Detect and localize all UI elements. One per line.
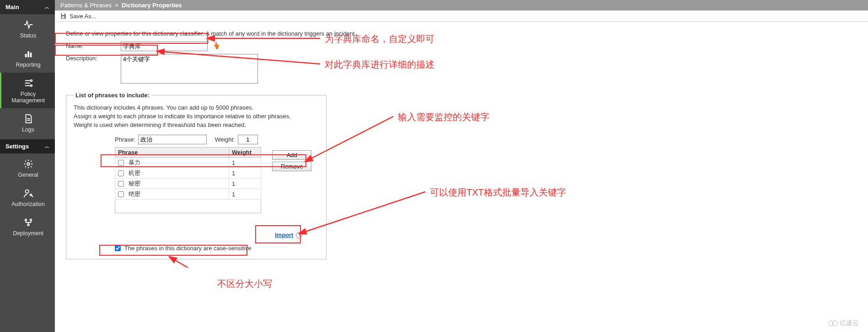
phrase-label: Phrase: <box>115 136 135 143</box>
annotation-label-case: 不区分大小写 <box>217 278 272 290</box>
row-phrase: 秘密 <box>129 180 140 187</box>
svg-rect-12 <box>62 16 64 18</box>
table-row[interactable]: 暴力1 <box>115 158 261 168</box>
row-phrase: 机密 <box>129 169 140 176</box>
svg-point-3 <box>30 80 32 82</box>
deploy-icon <box>3 217 53 228</box>
row-phrase: 绝密 <box>129 190 140 197</box>
table-row[interactable]: 秘密1 <box>115 179 261 189</box>
row-phrase: 暴力 <box>129 159 140 166</box>
sidebar-header-settings[interactable]: Settings ︿ <box>0 139 55 153</box>
phrases-desc2: Assign a weight to each phrase to indica… <box>74 113 319 120</box>
name-label: Name: <box>66 42 121 49</box>
phrases-desc3: Weight is used when determining if threa… <box>74 121 319 128</box>
policy-icon <box>3 78 53 89</box>
table-header-phrase: Phrase <box>115 148 229 158</box>
svg-point-5 <box>27 163 30 165</box>
phrases-desc1: This dictionary includes 4 phrases. You … <box>74 104 319 111</box>
svg-point-4 <box>30 85 32 87</box>
logs-icon <box>3 114 53 125</box>
case-sensitive-label: The phrases in this dictionary are case-… <box>124 245 251 252</box>
table-header-weight: Weight <box>229 148 261 158</box>
description-row: Description: <box>66 54 857 84</box>
remove-button[interactable]: Remove <box>272 162 311 171</box>
sidebar-item-label: Logs <box>22 126 34 133</box>
breadcrumb-separator: > <box>115 2 118 9</box>
svg-rect-11 <box>62 13 64 15</box>
svg-rect-2 <box>30 53 32 57</box>
bar-chart-icon <box>3 49 53 60</box>
info-icon[interactable]: i <box>296 232 302 238</box>
sidebar-settings-label: Settings <box>5 143 29 150</box>
phrase-input[interactable] <box>138 135 207 144</box>
row-weight: 1 <box>229 158 261 168</box>
sidebar-header-main[interactable]: Main ︿ <box>0 0 55 14</box>
sidebar-item-status[interactable]: Status <box>0 14 55 43</box>
breadcrumb: Patterns & Phrases > Dictionary Properti… <box>55 0 868 11</box>
svg-line-17 <box>174 259 213 268</box>
case-sensitive-row: The phrases in this dictionary are case-… <box>115 245 319 252</box>
svg-point-10 <box>27 224 29 226</box>
sidebar-item-label: Authorization <box>11 201 45 207</box>
phrases-legend: List of phrases to include: <box>74 92 151 99</box>
description-label: Description: <box>66 54 121 62</box>
breadcrumb-current: Dictionary Properties <box>122 2 182 9</box>
name-row: Name: <box>66 42 857 51</box>
sidebar-item-deployment[interactable]: Deployment <box>0 212 55 241</box>
row-checkbox[interactable] <box>118 181 124 187</box>
table-row[interactable]: 机密1 <box>115 168 261 179</box>
sidebar-item-label: Deployment <box>13 230 43 237</box>
name-input[interactable] <box>121 42 208 51</box>
description-input[interactable] <box>121 54 258 84</box>
sidebar-item-logs[interactable]: Logs <box>0 108 55 137</box>
sidebar-item-label: Status <box>20 32 36 39</box>
sidebar-item-label: General <box>18 172 38 178</box>
sidebar-main-label: Main <box>5 4 19 11</box>
toolbar: Save As... <box>55 11 868 22</box>
content-area: Patterns & Phrases > Dictionary Properti… <box>55 0 868 332</box>
sidebar-item-reporting[interactable]: Reporting <box>0 43 55 73</box>
pulse-icon <box>3 20 53 31</box>
svg-point-8 <box>25 219 27 221</box>
svg-point-9 <box>30 219 32 221</box>
sidebar-item-authorization[interactable]: Authorization <box>0 183 55 212</box>
sidebar: Main ︿ Status Reporting Policy Managemen… <box>0 0 55 332</box>
sidebar-item-policy-management[interactable]: Policy Management <box>0 73 55 108</box>
annotation-label-import: 可以使用TXT格式批量导入关键字 <box>430 186 566 199</box>
sidebar-item-label: Reporting <box>16 62 40 68</box>
row-checkbox[interactable] <box>118 191 124 197</box>
add-button[interactable]: Add <box>272 150 311 160</box>
row-weight: 1 <box>229 179 261 189</box>
chevron-up-icon: ︿ <box>45 4 49 11</box>
table-empty-space <box>115 200 261 213</box>
weight-input[interactable] <box>238 135 258 144</box>
row-weight: 1 <box>229 189 261 200</box>
breadcrumb-parent[interactable]: Patterns & Phrases <box>60 2 112 9</box>
import-link[interactable]: Import <box>275 232 293 238</box>
watermark: 亿速云 <box>828 319 859 327</box>
page-intro: Define or view properties for this dicti… <box>66 30 857 37</box>
table-row[interactable]: 绝密1 <box>115 189 261 200</box>
row-weight: 1 <box>229 168 261 179</box>
gear-icon <box>3 159 53 170</box>
save-icon <box>59 12 67 20</box>
annotation-label-desc: 对此字典库进行详细的描述 <box>325 58 434 71</box>
hand-pointer-icon <box>212 42 220 50</box>
svg-rect-0 <box>25 54 27 57</box>
import-row: Import i <box>275 232 319 238</box>
watermark-logo-icon <box>828 321 838 326</box>
phrase-entry-row: Phrase: Weight: <box>115 135 319 144</box>
weight-label: Weight: <box>215 136 235 143</box>
svg-point-7 <box>30 194 32 196</box>
sidebar-item-general[interactable]: General <box>0 153 55 183</box>
save-as-button[interactable]: Save As... <box>70 13 96 20</box>
svg-point-6 <box>25 190 28 193</box>
row-checkbox[interactable] <box>118 170 124 176</box>
annotation-label-phrase: 输入需要监控的关键字 <box>398 111 489 123</box>
watermark-text: 亿速云 <box>840 319 859 327</box>
sidebar-item-label: Policy Management <box>11 91 45 104</box>
user-key-icon <box>3 188 53 199</box>
row-checkbox[interactable] <box>118 160 124 166</box>
phrases-table: Phrase Weight 暴力1 机密1 秘密1 绝密1 <box>115 147 261 200</box>
case-sensitive-checkbox[interactable] <box>115 245 121 251</box>
